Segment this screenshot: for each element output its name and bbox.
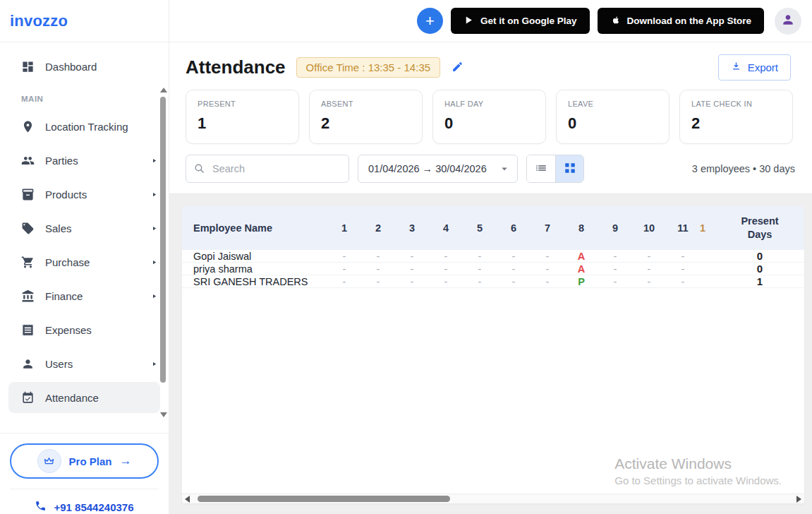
attendance-cell: - [429,276,463,287]
sidebar-item-attendance[interactable]: Attendance [8,382,160,413]
stat-value: 0 [568,114,658,133]
tag-icon [21,222,35,235]
day-headers: 1234567891011 [327,222,700,234]
stat-card-late-check-in: LATE CHECK IN 2 [679,90,793,144]
phone-number: +91 8544240376 [54,501,133,513]
sidebar-item-label: Users [45,358,73,370]
attendance-cell: - [531,276,564,287]
day-column-header: 1 [327,222,361,234]
add-button[interactable]: + [417,8,443,34]
employee-name: priya sharma [182,263,327,275]
attendance-cell: - [395,263,429,275]
sidebar: Dashboard MAIN Location TrackingPartiesP… [0,42,169,514]
chevron-right-icon [151,292,157,300]
sidebar-item-dashboard[interactable]: Dashboard [0,49,169,83]
chevron-right-icon [151,360,157,368]
export-button[interactable]: Export [718,54,791,80]
location-pin-icon [21,120,35,133]
scroll-left-arrow[interactable] [185,496,190,503]
attendance-cell: - [632,263,666,275]
person-icon [21,357,35,371]
topbar: invozzo + Get it on Google Play Download… [0,0,812,42]
attendance-cell: - [361,276,395,287]
scroll-down-arrow[interactable] [160,412,167,417]
table-summary: 3 employees • 30 days [692,163,795,174]
stat-card-absent: ABSENT 2 [309,90,423,144]
day-column-header: 5 [463,222,497,234]
windows-watermark: Activate Windows Go to Settings to activ… [614,455,782,486]
sidebar-scrollbar-thumb[interactable] [160,97,166,383]
scroll-right-arrow[interactable] [796,496,801,503]
cart-icon [21,256,35,269]
sidebar-item-users[interactable]: Users [0,347,169,381]
chevron-right-icon [151,191,157,198]
sidebar-item-sales[interactable]: Sales [0,211,169,245]
grid-view-button[interactable] [555,155,583,182]
support-phone[interactable]: +91 8544240376 [10,489,159,514]
attendance-cell: P [564,276,598,287]
page-title: Attendance [186,56,286,78]
box-icon [21,188,35,201]
app-store-button[interactable]: Download on the App Store [598,8,765,34]
stats-row: PRESENT 1 ABSENT 2 HALF DAY 0 LEAVE 0 LA… [186,90,795,144]
horizontal-scrollbar [182,494,804,503]
list-view-button[interactable] [527,155,555,182]
sidebar-item-expenses[interactable]: Expenses [0,313,169,347]
date-range-picker[interactable]: 01/04/2026 → 30/04/2026 [358,155,518,183]
stat-label: PRESENT [198,100,287,108]
sidebar-item-finance[interactable]: Finance [0,279,169,313]
day-column-header: 6 [497,222,531,234]
table-header-row: Employee Name 1234567891011 1 Present Da… [182,206,804,250]
sidebar-item-parties[interactable]: Parties [0,143,169,177]
table-row: SRI GANESH TRADERS-------P---1 [182,275,804,288]
stat-card-present: PRESENT 1 [186,90,299,144]
pencil-icon [452,64,463,75]
download-icon [731,61,741,73]
sidebar-item-purchase[interactable]: Purchase [0,245,169,279]
brand-logo[interactable]: invozzo [10,12,68,30]
table-row: Gopi Jaiswal-------A---0 [182,250,804,263]
main-content: Attendance Office Time : 13:35 - 14:35 E… [169,42,812,514]
stat-label: HALF DAY [444,100,534,108]
cut-day-header: 1 [700,222,715,234]
stat-card-leave: LEAVE 0 [556,90,669,144]
day-column-header: 8 [564,222,598,234]
attendance-cell: - [598,251,632,262]
sidebar-footer: Pro Plan → +91 8544240376 [0,433,169,514]
office-time-badge: Office Time : 13:35 - 14:35 [296,57,440,78]
attendance-cell: - [361,263,395,275]
edit-office-time-button[interactable] [451,61,464,74]
stat-value: 2 [691,114,781,133]
date-range-value: 01/04/2026 → 30/04/2026 [368,163,487,174]
attendance-cell: - [395,251,429,262]
topbar-actions: + Get it on Google Play Download on the … [169,0,812,42]
scroll-up-arrow[interactable] [160,88,167,92]
google-play-button[interactable]: Get it on Google Play [451,8,590,34]
calendar-check-icon [21,391,35,405]
sidebar-item-products[interactable]: Products [0,177,169,211]
receipt-icon [21,323,35,337]
search-input[interactable] [186,155,349,183]
filter-row: 01/04/2026 → 30/04/2026 3 employees • 30… [186,155,795,183]
attendance-cell: - [327,276,361,287]
day-column-header: 10 [632,222,666,234]
dashboard-icon [21,60,35,73]
attendance-cell: A [564,251,598,262]
pro-plan-button[interactable]: Pro Plan → [10,443,159,479]
user-avatar[interactable] [775,8,801,35]
chevron-right-icon [151,157,157,165]
table-row: priya sharma-------A---0 [182,263,804,275]
sidebar-item-label: Attendance [45,392,99,404]
sidebar-nav-list: Location TrackingPartiesProductsSalesPur… [0,109,169,413]
stat-label: LATE CHECK IN [691,100,781,108]
sidebar-section-label: MAIN [0,83,169,109]
view-toggle [526,155,584,183]
attendance-cell: - [327,263,361,275]
horizontal-scrollbar-thumb[interactable] [198,496,450,502]
table-body: Gopi Jaiswal-------A---0priya sharma----… [182,250,804,288]
chevron-right-icon [151,225,157,232]
sidebar-item-label: Finance [45,290,83,302]
attendance-cell: - [429,251,463,262]
sidebar-item-label: Expenses [45,324,92,336]
sidebar-item-location-tracking[interactable]: Location Tracking [0,109,169,143]
